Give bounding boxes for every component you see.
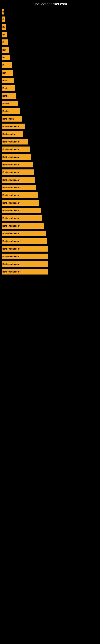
bar-row: Bo <box>1 38 100 46</box>
bar-14: Bottleneck <box>1 116 22 122</box>
bar-row: Bottleneck result <box>1 184 100 192</box>
bar-24: Bottleneck result <box>1 192 38 198</box>
bar-15: Bottleneck resu <box>1 124 25 129</box>
bar-row: Bottleneck result <box>1 207 100 214</box>
bar-row: Bottleneck result <box>1 237 100 245</box>
bar-28: Bottleneck result <box>1 223 44 228</box>
bar-label-7: Bo <box>2 64 5 66</box>
bar-label-25: Bottleneck result <box>2 202 20 204</box>
bar-row: Bottleneck result <box>1 245 100 252</box>
bar-label-13: Bottle <box>2 110 9 112</box>
bar-row: B <box>1 16 100 23</box>
bar-label-15: Bottleneck resu <box>2 125 19 128</box>
bar-label-1: B <box>2 18 4 20</box>
bar-9: Bott <box>1 78 14 83</box>
bar-label-20: Bottleneck result <box>2 164 20 166</box>
bar-19: Bottleneck result <box>1 154 31 160</box>
bar-row: B <box>1 8 100 16</box>
bar-12: Bottle <box>1 100 18 106</box>
bar-label-34: Bottleneck result <box>2 270 20 273</box>
bar-row: Bottleneck result <box>1 230 100 237</box>
bar-10: Bott <box>1 85 15 91</box>
bar-1: B <box>1 16 5 22</box>
bar-label-4: Bo <box>2 41 5 44</box>
bar-row: Bottleneck result <box>1 222 100 230</box>
bar-18: Bottleneck result <box>1 146 30 152</box>
bar-label-2: Bo <box>2 26 5 28</box>
bar-row: Bo <box>1 54 100 62</box>
bar-26: Bottleneck result <box>1 208 41 213</box>
bar-label-19: Bottleneck result <box>2 156 20 158</box>
bar-row: Bot <box>1 69 100 77</box>
bar-label-27: Bottleneck result <box>2 217 20 219</box>
bar-row: Bot <box>1 46 100 54</box>
bar-row: Bottle <box>1 100 100 107</box>
bar-row: Bo <box>1 62 100 69</box>
bar-label-17: Bottleneck result <box>2 140 20 143</box>
bar-30: Bottleneck result <box>1 238 47 244</box>
bar-row: Bottleneck result <box>1 252 100 260</box>
bar-7: Bo <box>1 62 12 68</box>
bar-34: Bottleneck result <box>1 269 48 274</box>
bar-label-9: Bott <box>2 79 7 82</box>
bar-label-18: Bottleneck result <box>2 148 20 150</box>
bar-2: Bo <box>1 24 6 30</box>
bar-21: Bottleneck resu <box>1 170 34 175</box>
header: TheBottlenecker.com <box>0 0 100 8</box>
bar-row: Bottleneck result <box>1 161 100 168</box>
bar-row: Bottleneck result <box>1 260 100 268</box>
bar-row: Bottleneck r <box>1 130 100 138</box>
bar-row: Bottleneck result <box>1 192 100 199</box>
bar-6: Bo <box>1 55 10 60</box>
bar-row: Bottleneck result <box>1 214 100 222</box>
bar-label-23: Bottleneck result <box>2 186 20 189</box>
bar-0: B <box>1 9 4 14</box>
bar-label-14: Bottleneck <box>2 118 14 120</box>
bar-label-26: Bottleneck result <box>2 209 20 212</box>
bar-label-8: Bot <box>2 72 6 74</box>
bar-label-11: Bottle <box>2 94 9 97</box>
bar-32: Bottleneck result <box>1 254 48 259</box>
bar-4: Bo <box>1 40 8 45</box>
bar-17: Bottleneck result <box>1 139 28 144</box>
bar-label-32: Bottleneck result <box>2 255 20 258</box>
bar-label-30: Bottleneck result <box>2 240 20 242</box>
bar-row: Bottleneck result <box>1 199 100 207</box>
bar-5: Bot <box>1 47 9 53</box>
bar-row: Bottleneck result <box>1 268 100 276</box>
bar-label-31: Bottleneck result <box>2 248 20 250</box>
bar-label-24: Bottleneck result <box>2 194 20 196</box>
bar-23: Bottleneck result <box>1 185 36 190</box>
bar-row: Bottleneck resu <box>1 122 100 130</box>
bar-label-21: Bottleneck resu <box>2 171 19 174</box>
bar-31: Bottleneck result <box>1 246 48 252</box>
bar-chart: BBBoBoBoBotBoBoBotBottBottBottleBottleBo… <box>0 8 100 276</box>
bar-row: Bottleneck result <box>1 176 100 184</box>
bar-label-6: Bo <box>2 56 5 59</box>
bar-22: Bottleneck result <box>1 177 35 183</box>
bar-3: Bo <box>1 32 7 38</box>
bar-row: Bottle <box>1 107 100 115</box>
bar-label-22: Bottleneck result <box>2 179 20 181</box>
bar-row: Bottleneck result <box>1 146 100 153</box>
bar-row: Bott <box>1 77 100 84</box>
bar-row: Bottleneck <box>1 115 100 122</box>
bar-8: Bot <box>1 70 13 76</box>
bar-label-16: Bottleneck r <box>2 133 15 135</box>
bar-row: Bottleneck result <box>1 153 100 161</box>
bar-29: Bottleneck result <box>1 231 46 236</box>
bar-16: Bottleneck r <box>1 131 23 137</box>
bar-label-0: B <box>2 10 4 13</box>
bar-20: Bottleneck result <box>1 162 33 168</box>
bar-row: Bottleneck resu <box>1 168 100 176</box>
bar-label-33: Bottleneck result <box>2 263 20 265</box>
bar-label-3: Bo <box>2 34 5 36</box>
bar-13: Bottle <box>1 108 20 114</box>
bar-27: Bottleneck result <box>1 215 42 221</box>
bar-label-29: Bottleneck result <box>2 232 20 235</box>
bar-label-10: Bott <box>2 87 7 89</box>
site-title: TheBottlenecker.com <box>0 0 100 8</box>
bar-33: Bottleneck result <box>1 261 48 267</box>
bar-row: Bo <box>1 23 100 31</box>
bar-row: Bottle <box>1 92 100 100</box>
